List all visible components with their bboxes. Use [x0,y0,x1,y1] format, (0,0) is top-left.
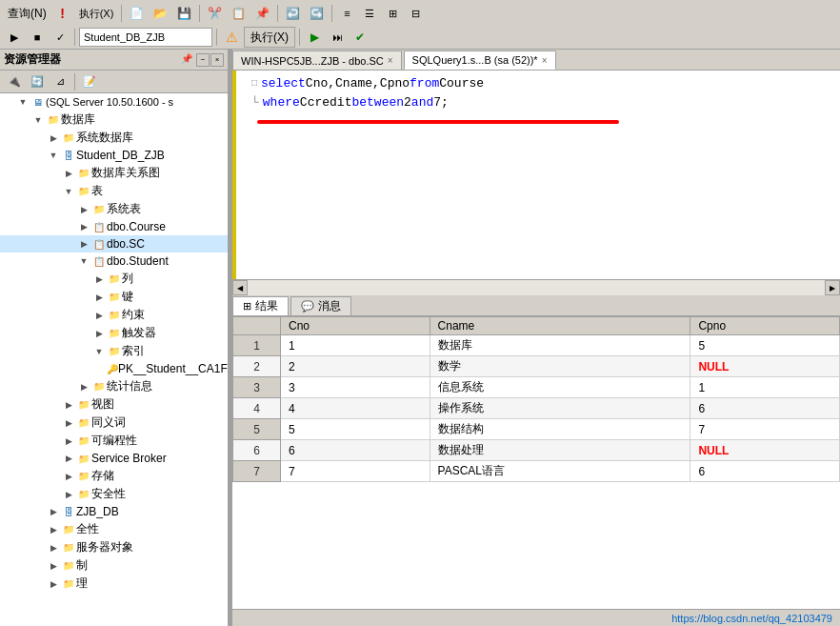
scroll-track[interactable] [248,280,825,295]
expand-zjbdb-icon: ▶ [46,504,61,519]
sidebar-filter-btn[interactable]: ⊿ [50,71,70,92]
table-row[interactable]: 33信息系统1 [233,377,840,398]
sidebar-item-integrity[interactable]: ▶ 📁 全性 [0,520,228,538]
synonyms-folder-icon: 📁 [76,415,91,431]
table-row[interactable]: 66数据处理NULL [233,440,840,461]
result-tab-results[interactable]: ⊞ 结果 [232,296,289,315]
close-btn[interactable]: × [210,53,224,67]
db-diagram-icon: 📁 [76,166,91,181]
table-row[interactable]: 77PASCAL语言6 [233,461,840,482]
sidebar-item-student[interactable]: ▼ 📋 dbo.Student [0,252,228,270]
execute-toolbar-btn[interactable]: 执行(X) [75,3,118,24]
tb-icon-2[interactable]: 📂 [150,3,171,24]
student-db-icon: 🗄 [61,148,76,163]
sidebar-item-indexes[interactable]: ▼ 📁 索引 [0,342,228,360]
tb-icon-11[interactable]: ⊞ [382,3,403,24]
sidebar-item-keys[interactable]: ▶ 📁 键 [0,288,228,306]
tb2-play[interactable]: ▶ [304,27,325,48]
tb-icon-4[interactable]: ✂️ [204,3,226,24]
sidebar-item-system-tables[interactable]: ▶ 📁 系统表 [0,200,228,218]
keys-folder-icon: 📁 [107,290,122,305]
td-rownum: 1 [233,335,281,356]
sidebar-item-storage[interactable]: ▶ 📁 存储 [0,467,228,485]
sidebar-item-management[interactable]: ▶ 📁 理 [0,575,228,593]
scroll-left-btn[interactable]: ◀ [232,280,248,295]
tab-1-close[interactable]: × [388,55,393,66]
tb-icon-12[interactable]: ⊟ [405,3,426,24]
server-objects-folder-icon: 📁 [61,540,76,555]
tb2-icon-warn[interactable]: ⚠ [221,27,242,48]
sidebar-item-databases[interactable]: ▼ 📁 数据库 [0,111,228,129]
sidebar-item-zjb-db[interactable]: ▶ 🗄 ZJB_DB [0,503,228,520]
sidebar-item-synonyms[interactable]: ▶ 📁 同义词 [0,414,228,432]
table-row[interactable]: 22数学NULL [233,356,840,377]
sql-editor[interactable]: □ select Cno,Cname,Cpno from Course └ wh… [232,71,840,280]
expand-server-icon: ▼ [15,94,30,110]
pin-button[interactable]: 📌 [179,53,194,67]
tb2-icon-3[interactable]: ✓ [50,27,70,48]
sidebar-new-btn[interactable]: 📝 [79,71,100,92]
line2-indent: └ [251,93,259,112]
tb2-check[interactable]: ✔ [350,27,370,48]
tb-icon-8[interactable]: ↪️ [306,3,328,24]
tab-2-close[interactable]: × [542,55,548,66]
sidebar-refresh-btn[interactable]: 🔄 [27,71,48,92]
td-cno: 2 [281,356,430,377]
tab-1[interactable]: WIN-HSPC5JB...ZJB - dbo.SC × [232,50,402,70]
tb-icon-10[interactable]: ☰ [359,3,380,24]
sidebar-item-server[interactable]: ▼ 🖥 (SQL Server 10.50.1600 - s [0,93,228,111]
tb2-icon-1[interactable]: ▶ [4,27,25,48]
sidebar-item-student-db[interactable]: ▼ 🗄 Student_DB_ZJB [0,147,228,164]
sidebar-item-sc[interactable]: ▶ 📋 dbo.SC [0,235,228,252]
tb-icon-5[interactable]: 📋 [228,3,250,24]
sidebar-item-course[interactable]: ▶ 📋 dbo.Course [0,218,228,235]
tb2-debug[interactable]: ⏭ [327,27,348,48]
tb-icon-3[interactable]: 💾 [173,3,195,24]
sidebar-item-tables[interactable]: ▼ 📁 表 [0,182,228,200]
minimize-btn[interactable]: − [196,53,210,67]
sidebar-item-replication[interactable]: ▶ 📁 制 [0,556,228,575]
sidebar-item-service-broker[interactable]: ▶ 📁 Service Broker [0,450,228,467]
sidebar-toolbar: 🔌 🔄 ⊿ 📝 [0,71,228,93]
play-icon: ▶ [310,30,319,44]
sidebar-item-pk-index[interactable]: 🔑 PK__Student__CA1FB4 [0,360,228,377]
sql-where-kw: where [263,93,300,112]
sidebar-item-views[interactable]: ▶ 📁 视图 [0,395,228,414]
sidebar-connect-btn[interactable]: 🔌 [4,71,25,92]
table-row[interactable]: 44操作系统6 [233,398,840,419]
indexes-folder-icon: 📁 [107,344,122,359]
sidebar-item-security[interactable]: ▶ 📁 安全性 [0,485,228,503]
table-row[interactable]: 11数据库5 [233,335,840,356]
sidebar-item-statistics[interactable]: ▶ 📁 统计信息 [0,377,228,395]
sidebar-item-triggers[interactable]: ▶ 📁 触发器 [0,324,228,342]
tb-icon-7[interactable]: ↩️ [282,3,304,24]
storage-label: 存储 [91,468,114,484]
td-cname: 信息系统 [430,377,690,398]
tb2-icon-2[interactable]: ■ [27,27,48,48]
scroll-right-btn[interactable]: ▶ [825,280,840,295]
sidebar-item-programmability[interactable]: ▶ 📁 可编程性 [0,432,228,450]
tb-icon-1[interactable]: 📄 [126,3,148,24]
editor-hscrollbar[interactable]: ◀ ▶ [232,280,840,295]
sidebar-item-server-objects[interactable]: ▶ 📁 服务器对象 [0,538,228,556]
database-dropdown[interactable] [79,28,212,47]
tab-2[interactable]: SQLQuery1.s...B (sa (52))* × [404,50,556,70]
menu-item-query[interactable]: 查询(N) [4,6,50,22]
sidebar-item-constraints[interactable]: ▶ 📁 约束 [0,306,228,324]
zjb-db-label: ZJB_DB [76,505,119,518]
expand-management-icon: ▶ [46,576,61,592]
sidebar-item-system-db[interactable]: ▶ 📁 系统数据库 [0,129,228,147]
table-row[interactable]: 55数据结构7 [233,419,840,440]
tb-icon-6[interactable]: 📌 [251,3,273,24]
tb-icon-9[interactable]: ≡ [336,3,357,24]
result-tab-messages[interactable]: 💬 消息 [290,296,351,315]
replication-folder-icon: 📁 [61,558,76,574]
warning-btn[interactable]: ! [52,3,73,24]
execute-button[interactable]: 执行(X) [244,27,295,48]
td-cname: 数据结构 [430,419,690,440]
check-icon: ✔ [355,30,365,44]
sidebar-item-columns[interactable]: ▶ 📁 列 [0,270,228,288]
sidebar-item-db-diagram[interactable]: ▶ 📁 数据库关系图 [0,164,228,182]
expand-indexes-icon: ▼ [91,344,107,359]
exclaim-icon: ! [60,6,65,21]
